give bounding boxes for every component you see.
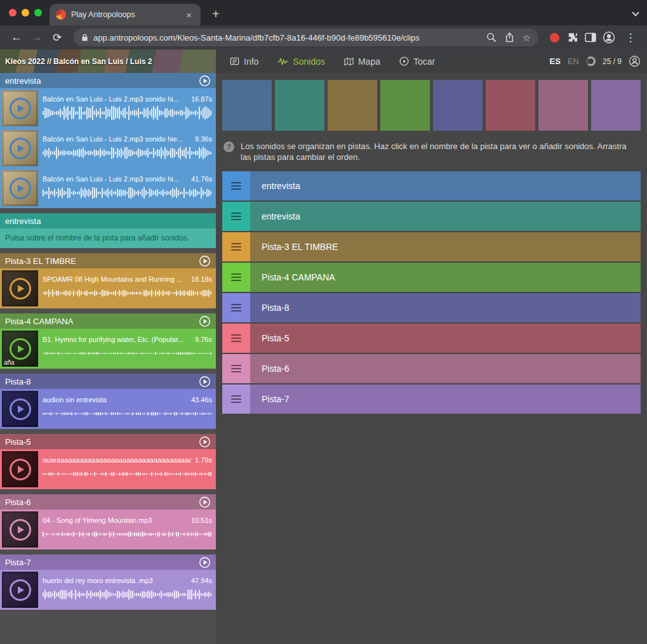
track-swatch[interactable] <box>538 80 588 131</box>
track-header[interactable]: Pista-4 CAMPANA <box>0 313 216 329</box>
audio-clip[interactable]: huerto del rey moro entrevista .mp3 47.9… <box>0 570 216 610</box>
drag-handle[interactable] <box>222 354 250 383</box>
drag-handle[interactable] <box>222 324 250 353</box>
audio-clip[interactable]: ouaraaaaaaaaaaaaaaaaaaaaaaaaaaaaaaaaaaaa… <box>0 449 216 489</box>
clip-thumbnail[interactable]: aña <box>2 331 38 367</box>
clip-waveform[interactable] <box>43 285 212 303</box>
tab-info[interactable]: Info <box>230 56 258 67</box>
side-panel-icon[interactable] <box>585 32 596 43</box>
track-header[interactable]: entrevista <box>0 213 216 228</box>
track-row-pista-5[interactable]: Pista-5 <box>222 324 641 353</box>
fullscreen-window-button[interactable] <box>34 9 42 16</box>
track-row-label[interactable]: Pista-5 <box>250 324 641 353</box>
tab-mapa[interactable]: Mapa <box>344 56 380 67</box>
track-play-button[interactable] <box>199 255 211 267</box>
track-play-button[interactable] <box>199 496 211 508</box>
audio-clip[interactable]: aña B1. Hymns for purifying water, Etc. … <box>0 329 216 369</box>
zoom-icon[interactable] <box>486 32 497 43</box>
track-header[interactable]: entrevista <box>0 73 216 88</box>
track-swatch[interactable] <box>222 80 272 131</box>
clip-thumbnail[interactable] <box>2 170 38 206</box>
reload-button[interactable]: ⟳ <box>48 29 66 46</box>
clip-thumbnail[interactable] <box>2 90 38 126</box>
clip-thumbnail[interactable] <box>2 270 38 306</box>
audio-clip[interactable]: audion sin entrevista 43.46s <box>0 389 216 429</box>
clip-thumbnail[interactable] <box>2 391 38 427</box>
address-bar[interactable]: app.antropoloops.com/Kleos-Santa-Marina/… <box>74 29 538 46</box>
clip-thumbnail[interactable] <box>2 451 38 487</box>
audio-clip[interactable]: 04 - Song of Yimeng Mountain.mp3 10.51s <box>0 509 216 549</box>
track-row-pista-7[interactable]: Pista-7 <box>222 384 641 414</box>
new-tab-button[interactable]: + <box>208 8 223 20</box>
track-row-label[interactable]: entrevista <box>250 202 641 231</box>
extension-red-icon[interactable] <box>550 33 559 43</box>
clip-waveform[interactable] <box>43 185 212 202</box>
browser-tab[interactable]: Play Antropoloops × <box>50 4 201 25</box>
audio-clip[interactable]: Balcón en San Luis - Luis 2.mp3 sonido h… <box>0 88 216 128</box>
drag-handle[interactable] <box>222 232 250 261</box>
lang-es-button[interactable]: ES <box>550 56 561 66</box>
track-play-button[interactable] <box>199 556 211 568</box>
track-swatch[interactable] <box>486 80 535 131</box>
clip-waveform[interactable] <box>43 466 212 483</box>
track-header[interactable]: Pista-6 <box>0 494 216 509</box>
track-row-pista-3[interactable]: Pista-3 EL TIMBRE <box>222 232 641 261</box>
track-swatch[interactable] <box>380 80 430 131</box>
track-header[interactable]: Pista-5 <box>0 434 216 449</box>
drag-handle[interactable] <box>222 202 250 231</box>
track-swatch[interactable] <box>591 80 641 131</box>
drag-handle[interactable] <box>222 263 250 292</box>
track-header[interactable]: Pista-3 EL TIMBRE <box>0 253 216 268</box>
share-icon[interactable] <box>505 32 514 43</box>
clip-waveform[interactable] <box>43 586 212 604</box>
track-row-label[interactable]: Pista-3 EL TIMBRE <box>250 232 641 261</box>
track-row-entrevista-teal[interactable]: entrevista <box>222 202 641 231</box>
audio-clip[interactable]: SPOAMR 08 High Mountains and Running ...… <box>0 268 216 308</box>
profile-avatar-icon[interactable] <box>603 31 615 44</box>
track-row-label[interactable]: Pista-8 <box>250 293 641 322</box>
track-header[interactable]: Pista-8 <box>0 374 216 389</box>
url-text[interactable]: app.antropoloops.com/Kleos-Santa-Marina/… <box>93 33 481 43</box>
clip-waveform[interactable] <box>43 145 212 162</box>
drag-handle[interactable] <box>222 293 250 322</box>
extensions-puzzle-icon[interactable] <box>567 32 578 43</box>
track-row-pista-6[interactable]: Pista-6 <box>222 354 641 383</box>
clip-waveform[interactable] <box>43 105 212 122</box>
track-swatch[interactable] <box>275 80 324 131</box>
bookmark-star-icon[interactable]: ☆ <box>523 33 531 43</box>
audio-clip[interactable]: Balcón en San Luis - Luis 2.mp3 sonido h… <box>0 168 216 208</box>
track-row-entrevista-blue[interactable]: entrevista <box>222 171 641 200</box>
track-play-button[interactable] <box>199 376 211 388</box>
clip-waveform[interactable] <box>43 345 212 363</box>
minimize-window-button[interactable] <box>22 9 29 16</box>
audio-clip[interactable]: Balcón en San Luis - Luis 2.mp3 sonido h… <box>0 128 216 168</box>
track-swatch[interactable] <box>328 80 377 131</box>
track-swatch[interactable] <box>433 80 483 131</box>
track-row-label[interactable]: entrevista <box>250 171 641 200</box>
track-row-pista-8[interactable]: Pista-8 <box>222 293 641 322</box>
tab-sonidos[interactable]: Sonidos <box>277 56 325 67</box>
track-play-button[interactable] <box>199 315 211 327</box>
drag-handle[interactable] <box>222 384 250 414</box>
browser-menu-icon[interactable]: ⋮ <box>622 29 639 46</box>
close-window-button[interactable] <box>9 9 17 16</box>
clip-thumbnail[interactable] <box>2 130 38 166</box>
drag-handle[interactable] <box>222 171 250 200</box>
tab-tocar[interactable]: Tocar <box>399 56 435 67</box>
track-play-button[interactable] <box>199 436 211 448</box>
back-button[interactable]: ← <box>8 29 25 46</box>
lang-en-button[interactable]: EN <box>568 56 579 66</box>
clip-waveform[interactable] <box>43 405 212 423</box>
track-row-pista-4[interactable]: Pista-4 CAMPANA <box>222 263 641 292</box>
clip-waveform[interactable] <box>43 526 212 544</box>
tab-close-icon[interactable]: × <box>183 9 194 21</box>
tab-search-chevron-icon[interactable] <box>633 6 638 18</box>
track-row-label[interactable]: Pista-7 <box>250 384 641 414</box>
clip-thumbnail[interactable] <box>2 511 38 548</box>
clip-thumbnail[interactable] <box>2 572 38 608</box>
track-play-button[interactable] <box>199 75 211 87</box>
forward-button[interactable]: → <box>28 29 46 46</box>
track-row-label[interactable]: Pista-6 <box>250 354 641 383</box>
track-header[interactable]: Pista-7 <box>0 555 216 570</box>
track-row-label[interactable]: Pista-4 CAMPANA <box>250 263 641 292</box>
